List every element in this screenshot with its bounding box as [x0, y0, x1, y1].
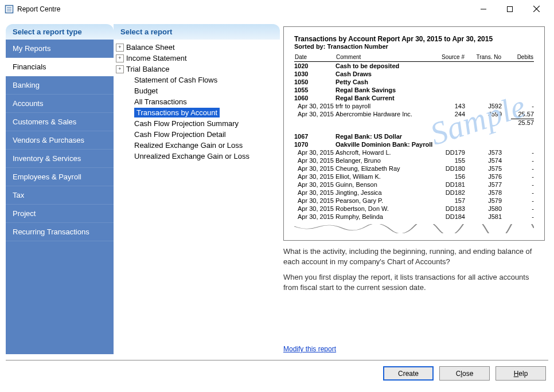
torn-edge	[294, 224, 534, 233]
reports-tree: +Balance Sheet+Income Statement+Trial Ba…	[114, 40, 280, 354]
main-content: Select a report type My ReportsFinancial…	[0, 18, 554, 360]
report-type-item[interactable]: Accounts	[6, 95, 114, 113]
tree-item-label: Realized Exchange Gain or Loss	[134, 141, 243, 150]
report-type-item[interactable]: Employees & Payroll	[6, 168, 114, 186]
tree-item[interactable]: Unrealized Exchange Gain or Loss	[115, 151, 278, 162]
create-button[interactable]: Create	[383, 366, 434, 381]
tree-item[interactable]: Realized Exchange Gain or Loss	[115, 140, 278, 151]
reports-column: Select a report +Balance Sheet+Income St…	[114, 24, 280, 354]
close-button[interactable]	[523, 1, 549, 18]
tree-item[interactable]: All Transactions	[115, 96, 278, 107]
app-icon	[5, 5, 14, 14]
transaction-row: Apr 30, 2015Cheung, Elizabeth RayDD180J5…	[294, 164, 534, 173]
report-type-item[interactable]: Banking	[6, 76, 114, 95]
transaction-row: Apr 30, 2015Ashcroft, Howard L.DD179J573…	[294, 148, 534, 156]
tree-item-label: Statement of Cash Flows	[134, 76, 217, 84]
preview-title: Transactions by Account Report Apr 30, 2…	[294, 35, 534, 43]
tree-item-label: Unrealized Exchange Gain or Loss	[134, 152, 249, 160]
svg-line-7	[533, 6, 540, 12]
account-row: 1055Regal Bank Savings	[294, 86, 534, 94]
titlebar: Report Centre	[0, 0, 554, 18]
transaction-row: Apr 30, 2015Jingting, JessicaDD182J578-	[294, 189, 534, 197]
report-preview: Sample Transactions by Account Report Ap…	[283, 26, 545, 241]
tree-item-label: All Transactions	[134, 97, 187, 106]
tree-item[interactable]: Cash Flow Projection Detail	[115, 129, 278, 140]
col-debits: Debits	[502, 53, 534, 62]
svg-rect-5	[508, 6, 513, 11]
help-button[interactable]: Help	[496, 366, 546, 381]
svg-line-6	[533, 6, 540, 12]
col-source: Source #	[431, 53, 465, 62]
tree-item-label: Budget	[134, 87, 158, 95]
types-header: Select a report type	[6, 24, 114, 40]
tree-item[interactable]: +Income Statement	[115, 53, 278, 64]
tree-item-label: Cash Flow Projection Summary	[134, 119, 239, 128]
report-type-item[interactable]: Project	[6, 205, 114, 223]
expand-icon[interactable]: +	[116, 44, 124, 52]
report-description-1: What is the activity, including the begi…	[283, 246, 545, 266]
window-controls	[470, 1, 549, 18]
transaction-row: Apr 30, 2015Belanger, Bruno155J574-	[294, 156, 534, 164]
maximize-button[interactable]	[497, 1, 523, 18]
transaction-row: Apr 30, 2015Rumphy, BelindaDD184J581-	[294, 213, 534, 221]
tree-item-label: Transactions by Account	[134, 108, 220, 117]
preview-table: Date Comment Source # Trans. No Debits 1…	[294, 53, 534, 221]
preview-subtotal: 25.57	[511, 119, 534, 126]
report-type-item[interactable]: Financials	[6, 58, 114, 76]
report-type-item[interactable]: Tax	[6, 186, 114, 205]
expand-icon[interactable]: +	[116, 65, 124, 73]
tree-item[interactable]: +Trial Balance	[115, 64, 278, 75]
tree-item[interactable]: Budget	[115, 85, 278, 96]
tree-item-label: Balance Sheet	[126, 43, 175, 52]
report-description-2: When you first display the report, it li…	[283, 272, 545, 292]
button-bar: Create Close Help	[0, 360, 554, 387]
reports-header: Select a report	[114, 24, 280, 40]
tree-item-label: Cash Flow Projection Detail	[134, 130, 226, 139]
account-row: 1060Regal Bank Current	[294, 94, 534, 102]
window-title: Report Centre	[17, 5, 60, 13]
col-date: Date	[294, 53, 335, 62]
tree-item[interactable]: +Balance Sheet	[115, 42, 278, 53]
report-type-item[interactable]: Customers & Sales	[6, 113, 114, 131]
report-type-item[interactable]: My Reports	[6, 40, 114, 58]
account-row: 1030Cash Draws	[294, 70, 534, 78]
account-row: 1070Oakville Dominion Bank: Payroll	[294, 140, 534, 148]
col-trans: Trans. No	[465, 53, 502, 62]
preview-column: Sample Transactions by Account Report Ap…	[280, 24, 548, 354]
minimize-button[interactable]	[470, 1, 497, 18]
report-types-list: My ReportsFinancialsBankingAccountsCusto…	[6, 40, 114, 354]
report-type-item[interactable]: Vendors & Purchases	[6, 131, 114, 150]
tree-item[interactable]: Cash Flow Projection Summary	[115, 118, 278, 129]
report-type-item[interactable]: Inventory & Services	[6, 150, 114, 168]
transaction-row: Apr 30, 2015Robertson, Don W.DD183J580-	[294, 205, 534, 213]
expand-icon[interactable]: +	[116, 54, 124, 62]
tree-item[interactable]: Transactions by Account	[115, 107, 278, 118]
transaction-row: Apr 30, 2015Guinn, BensonDD181J577-	[294, 181, 534, 189]
transaction-row: Apr 30, 2015Elliot, William K.156J576-	[294, 173, 534, 181]
modify-report-link[interactable]: Modify this report	[283, 340, 545, 354]
account-row: 1067Regal Bank: US Dollar	[294, 132, 534, 140]
account-row: 1020Cash to be deposited	[294, 62, 534, 70]
report-types-column: Select a report type My ReportsFinancial…	[6, 24, 114, 354]
report-type-item[interactable]: Recurring Transactions	[6, 223, 114, 241]
tree-item-label: Trial Balance	[126, 65, 169, 73]
col-comment: Comment	[335, 53, 431, 62]
tree-item-label: Income Statement	[126, 54, 187, 62]
preview-sorted-by: Sorted by: Transaction Number	[294, 43, 534, 50]
account-row: 1050Petty Cash	[294, 78, 534, 86]
transaction-row: Apr 30, 2015trfr to payroll143J592-	[294, 102, 534, 110]
close-dialog-button[interactable]: Close	[439, 366, 490, 381]
transaction-row: Apr 30, 2015Abercrombie Hardware Inc.244…	[294, 110, 534, 118]
transaction-row: Apr 30, 2015Pearson, Gary P.157J579-	[294, 197, 534, 205]
tree-item[interactable]: Statement of Cash Flows	[115, 75, 278, 85]
